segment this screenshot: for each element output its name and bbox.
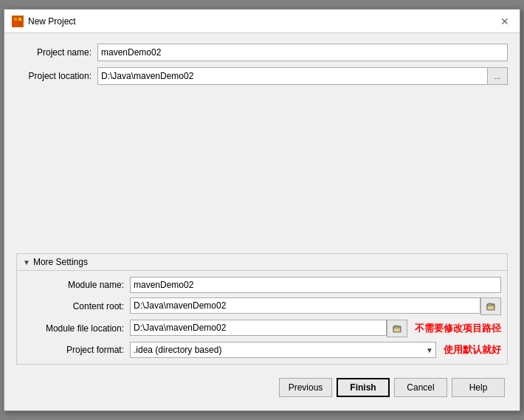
button-row: Previous Finish Cancel Help	[16, 373, 508, 403]
project-format-select-wrapper: .idea (directory based) Eclipse (.classp…	[130, 342, 436, 358]
cancel-button[interactable]: Cancel	[394, 378, 447, 397]
svg-rect-5	[487, 304, 494, 310]
project-location-field: ...	[97, 67, 508, 85]
more-settings-section: ▼ More Settings Module name: Content roo…	[16, 253, 508, 365]
collapse-icon: ▼	[23, 258, 30, 266]
project-location-row: Project location: ...	[16, 67, 508, 85]
module-file-location-row: Module file location: 不需要修改项目路径	[23, 320, 501, 337]
project-name-label: Project name:	[16, 47, 97, 58]
app-icon	[12, 16, 24, 27]
content-root-label: Content root:	[23, 301, 130, 311]
project-format-row: Project format: .idea (directory based) …	[23, 342, 501, 358]
finish-button[interactable]: Finish	[337, 378, 390, 397]
svg-rect-6	[393, 326, 401, 332]
title-bar-left: New Project	[12, 16, 76, 27]
module-name-label: Module name:	[23, 280, 130, 290]
project-name-row: Project name:	[16, 44, 508, 61]
module-file-location-field	[130, 320, 407, 337]
project-format-select[interactable]: .idea (directory based) Eclipse (.classp…	[130, 342, 436, 358]
content-root-browse-button[interactable]	[480, 297, 501, 315]
empty-space	[16, 91, 508, 253]
svg-rect-3	[14, 22, 17, 25]
new-project-dialog: New Project ✕ Project name: Project loca…	[4, 9, 520, 411]
project-location-label: Project location:	[16, 71, 97, 81]
more-settings-label: More Settings	[33, 257, 88, 267]
svg-rect-4	[18, 22, 21, 25]
close-button[interactable]: ✕	[497, 14, 512, 29]
content-root-field	[130, 297, 501, 315]
project-location-browse-button[interactable]: ...	[487, 67, 508, 85]
module-file-location-label: Module file location:	[23, 323, 130, 334]
svg-rect-1	[14, 18, 17, 21]
more-settings-body: Module name: Content root:	[17, 271, 507, 364]
module-file-location-browse-button[interactable]	[387, 320, 407, 337]
svg-rect-2	[18, 18, 21, 21]
content-root-input[interactable]	[130, 297, 480, 314]
previous-button[interactable]: Previous	[279, 378, 332, 397]
dialog-body: Project name: Project location: ... ▼ Mo…	[4, 33, 520, 410]
help-button[interactable]: Help	[452, 378, 505, 397]
project-location-input[interactable]	[97, 67, 487, 85]
module-file-annotation: 不需要修改项目路径	[415, 322, 501, 335]
project-format-label: Project format:	[23, 345, 130, 355]
content-root-row: Content root:	[23, 297, 501, 315]
project-format-annotation: 使用默认就好	[444, 343, 501, 357]
project-name-input[interactable]	[97, 44, 508, 61]
module-name-input[interactable]	[130, 277, 501, 293]
title-bar: New Project ✕	[4, 10, 520, 33]
dialog-title: New Project	[28, 16, 76, 27]
module-file-location-input[interactable]	[130, 320, 387, 336]
more-settings-header[interactable]: ▼ More Settings	[17, 254, 507, 271]
module-name-row: Module name:	[23, 277, 501, 293]
